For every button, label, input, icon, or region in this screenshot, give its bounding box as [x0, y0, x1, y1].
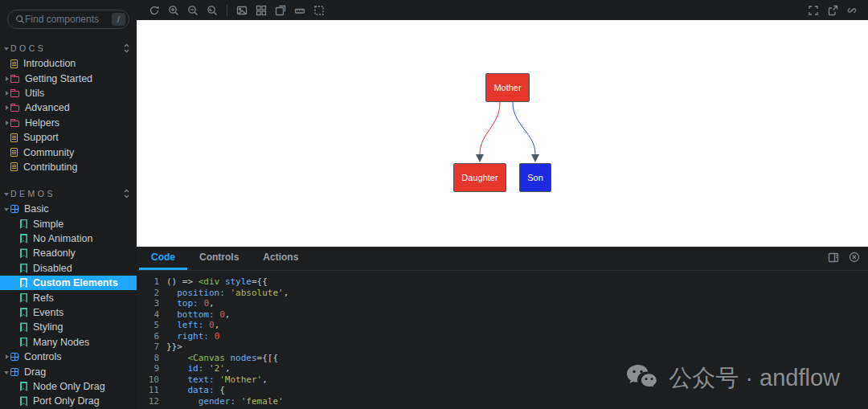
item-label: Support — [23, 132, 59, 143]
sidebar-item-node-only-drag[interactable]: Node Only Drag — [0, 379, 137, 394]
code-line: 7}}> — [146, 342, 868, 353]
item-label: Getting Started — [25, 73, 92, 84]
sidebar-item-basic[interactable]: Basic — [0, 202, 137, 216]
edges-layer — [137, 20, 868, 247]
watermark: 公众号 · andflow — [625, 362, 840, 395]
sidebar-item-community[interactable]: Community — [0, 145, 137, 159]
node-mother[interactable]: Mother — [485, 73, 530, 102]
sidebar-item-disabled[interactable]: Disabled — [0, 261, 137, 276]
item-label: Contributing — [23, 162, 77, 173]
item-label: Simple — [33, 219, 63, 230]
story-icon — [20, 322, 27, 332]
zoom-reset-icon[interactable] — [207, 5, 218, 16]
sidebar-item-support[interactable]: Support — [0, 130, 137, 145]
code-line: 12 gender: 'female' — [146, 396, 868, 407]
node-son[interactable]: Son — [519, 163, 551, 192]
chevron-down-icon[interactable] — [4, 45, 10, 51]
sidebar-item-styling[interactable]: Styling — [0, 320, 137, 334]
document-icon — [10, 133, 18, 142]
canvas-toolbar — [137, 0, 868, 20]
collapse-expand-icon[interactable] — [123, 43, 130, 53]
component-icon — [10, 205, 18, 213]
sidebar-section-demos[interactable]: DEMOS — [0, 186, 137, 202]
sidebar-item-events[interactable]: Events — [0, 305, 137, 320]
chevron-down-icon[interactable] — [4, 190, 10, 197]
sidebar-item-introduction[interactable]: Introduction — [0, 56, 137, 71]
folder-icon — [10, 76, 19, 83]
sidebar-item-port-only-drag[interactable]: Port Only Drag — [0, 394, 137, 408]
chevron-down-icon[interactable] — [4, 369, 10, 375]
fullscreen-icon[interactable] — [808, 5, 819, 16]
sidebar-item-custom-elements[interactable]: Custom Elements — [0, 276, 137, 290]
sidebar-item-helpers[interactable]: Helpers — [0, 116, 137, 130]
chevron-right-icon[interactable] — [4, 76, 10, 82]
node-daughter[interactable]: Daughter — [453, 163, 506, 192]
close-panel-icon[interactable] — [849, 252, 860, 266]
storybook-app: / DOCS Introduction Getting Started Util… — [0, 0, 868, 409]
main-area: Mother Daughter Son Code Controls Action… — [137, 0, 868, 409]
sidebar-item-no-animation[interactable]: No Animation — [0, 231, 137, 246]
sidebar-item-readonly[interactable]: Readonly — [0, 246, 137, 260]
wechat-icon — [625, 363, 659, 394]
search-box[interactable]: / — [7, 10, 129, 29]
code-line: 1() => <div style={{ — [146, 276, 868, 288]
background-icon[interactable] — [236, 5, 248, 16]
sidebar-item-controls[interactable]: Controls — [0, 350, 137, 364]
sidebar: / DOCS Introduction Getting Started Util… — [0, 0, 137, 409]
tab-controls[interactable]: Controls — [187, 247, 251, 270]
node-label: Son — [527, 173, 543, 182]
search-shortcut-badge: / — [112, 13, 125, 26]
remount-icon[interactable] — [149, 5, 160, 16]
addons-panel: Code Controls Actions — [137, 247, 868, 409]
chevron-right-icon[interactable] — [4, 104, 10, 111]
component-icon — [10, 368, 18, 376]
story-icon — [20, 264, 27, 273]
search-input[interactable] — [25, 14, 112, 25]
sidebar-item-getting-started[interactable]: Getting Started — [0, 71, 137, 85]
open-new-tab-icon[interactable] — [827, 5, 838, 16]
zoom-in-icon[interactable] — [168, 5, 179, 16]
story-icon — [20, 337, 27, 347]
measure-icon[interactable] — [294, 5, 305, 16]
arrowhead-icon — [531, 154, 539, 162]
item-label: Controls — [24, 351, 62, 362]
code-line: 8 <Canvas nodes={[{ — [146, 353, 868, 364]
item-label: Advanced — [25, 102, 70, 113]
zoom-out-icon[interactable] — [187, 5, 199, 16]
code-line: 2 position: 'absolute', — [146, 288, 868, 299]
item-label: Many Nodes — [33, 337, 89, 348]
tab-actions[interactable]: Actions — [251, 247, 310, 270]
story-icon — [20, 248, 27, 258]
item-label: Styling — [33, 321, 63, 333]
viewport-icon[interactable] — [275, 5, 286, 16]
section-label: DOCS — [10, 43, 123, 53]
item-label: Drag — [24, 366, 46, 378]
chevron-right-icon[interactable] — [4, 354, 10, 360]
sidebar-item-utils[interactable]: Utils — [0, 86, 137, 100]
chevron-down-icon[interactable] — [4, 206, 10, 212]
story-icon — [20, 293, 27, 303]
story-icon — [20, 278, 27, 288]
sidebar-section-docs[interactable]: DOCS — [0, 40, 137, 56]
sidebar-item-refs[interactable]: Refs — [0, 290, 137, 305]
change-panel-position-icon[interactable] — [828, 252, 839, 266]
chevron-right-icon[interactable] — [4, 90, 10, 96]
sidebar-item-simple[interactable]: Simple — [0, 217, 137, 231]
node-label: Daughter — [461, 173, 497, 182]
toolbar-divider — [227, 5, 227, 16]
chevron-right-icon[interactable] — [4, 120, 10, 126]
sidebar-item-advanced[interactable]: Advanced — [0, 100, 137, 115]
sidebar-item-contributing[interactable]: Contributing — [0, 160, 137, 174]
tab-code[interactable]: Code — [139, 247, 187, 270]
sidebar-item-drag[interactable]: Drag — [0, 364, 137, 378]
item-label: Readonly — [33, 247, 76, 259]
sidebar-item-many-nodes[interactable]: Many Nodes — [0, 335, 137, 350]
collapse-expand-icon[interactable] — [123, 189, 130, 198]
story-icon — [20, 234, 27, 243]
panel-tabbar: Code Controls Actions — [137, 247, 868, 271]
code-line: 5 left: 0, — [146, 320, 868, 331]
flow-canvas[interactable]: Mother Daughter Son — [137, 20, 868, 247]
outline-icon[interactable] — [313, 5, 325, 16]
copy-link-icon[interactable] — [846, 5, 858, 16]
grid-icon[interactable] — [256, 5, 267, 16]
